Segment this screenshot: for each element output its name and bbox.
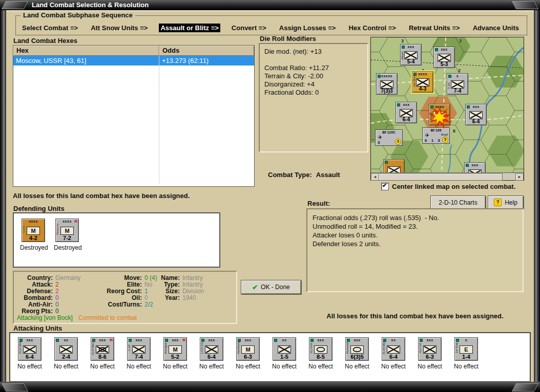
unit-strength: 7-2 bbox=[56, 235, 78, 242]
map-horizontal-scrollbar[interactable]: ◄ ► bbox=[371, 172, 524, 180]
defending-unit[interactable]: xxxx Gorki M 4-2 Destroyed bbox=[20, 219, 47, 267]
unit-counter[interactable]: xxx Hamburg M 6-3 bbox=[236, 337, 260, 361]
unit-name: Rommel bbox=[346, 341, 349, 355]
defending-unit[interactable]: xxxx R Moscow M 7-2 Destroyed bbox=[54, 219, 80, 267]
ok-done-button[interactable]: ✔ OK - Done bbox=[241, 280, 301, 294]
unit-strength: 7(3)3 bbox=[377, 88, 397, 94]
help-button[interactable]: ? Help bbox=[488, 195, 524, 209]
unit-strength: 4-3 bbox=[412, 86, 433, 92]
unit-strength: 8-5 bbox=[309, 354, 332, 360]
defending-units-title: Defending Units bbox=[13, 205, 65, 212]
unit-counter[interactable]: xxx Rommel 6(3)5 bbox=[345, 337, 369, 361]
modifier-line: Die mod. (net): +13 bbox=[264, 48, 363, 56]
result-box: Fractional odds (.273) roll was (.535) -… bbox=[306, 208, 524, 292]
attacking-units-strip: xxx XLIV Mot 6-4 No effect xx bbox=[9, 332, 531, 382]
subphase-step: Assault or Blitz => bbox=[159, 24, 220, 32]
map-unit-counter[interactable]: xxx 6-4 bbox=[396, 102, 417, 123]
center-map-checkbox[interactable]: ✔ Center linked map on selected combat. bbox=[381, 183, 515, 190]
attacking-unit[interactable]: xxx XLIV Mot 6-4 No effect bbox=[16, 337, 43, 381]
attacking-unit[interactable]: xxx X Inf 7-4 No effect bbox=[126, 337, 152, 381]
subphase-sequence-steps: Select Combat => Att Snow Units => Assau… bbox=[20, 24, 521, 32]
unit-strength: 6-3 bbox=[237, 354, 259, 360]
unit-name: Moscow bbox=[56, 222, 59, 236]
subphase-step: Att Snow Units => bbox=[89, 24, 149, 32]
map-unit-counter[interactable]: xxx Albani 5-4 bbox=[400, 44, 422, 66]
map-unit-counter[interactable]: xxx bbox=[464, 162, 486, 173]
odds-cell: +13.273 (62:11) bbox=[159, 57, 254, 64]
scroll-left-button[interactable]: ◄ bbox=[371, 173, 379, 181]
unit-name: XLV Inf bbox=[419, 341, 422, 355]
unit-effect-label: No effect bbox=[380, 363, 407, 370]
map-unit-counter[interactable]: xxxx von Bock 4-3 bbox=[412, 71, 433, 93]
map-unit-counter[interactable]: xxxxx 7(3)3 bbox=[376, 73, 398, 95]
unit-counter[interactable]: xxxx R Moscow M 7-2 bbox=[55, 219, 79, 242]
attacking-unit[interactable]: xx 2-4 No effect bbox=[53, 337, 79, 381]
unit-info-column-1: Country: Germany Attack: 2 Defense: 2 Bo… bbox=[16, 275, 80, 315]
map-unit-counter[interactable]: 1-4 bbox=[383, 159, 405, 173]
result-line: Fractional odds (.273) roll was (.535) -… bbox=[313, 213, 517, 222]
column-header-hex[interactable]: Hex bbox=[13, 46, 159, 56]
unit-counter[interactable]: xx 2-4 bbox=[54, 337, 78, 361]
bottom-bar bbox=[0, 382, 540, 392]
attacking-unit[interactable]: xxx Rommel 6(3)5 No effect bbox=[344, 337, 370, 381]
window-title: Land Combat Selection & Resolution bbox=[32, 1, 149, 9]
unit-counter[interactable]: xxx R Königsb M 5-2 bbox=[163, 337, 187, 361]
unit-counter[interactable]: xxx LXXI Inf 6-4 bbox=[200, 337, 223, 361]
unit-effect-label: No effect bbox=[417, 363, 443, 370]
info-value: Germany bbox=[55, 275, 80, 281]
scroll-right-button[interactable]: ► bbox=[515, 173, 524, 181]
subphase-step: Advance Units bbox=[471, 24, 521, 32]
unit-type-symbol bbox=[416, 78, 429, 86]
help-icon: ? bbox=[494, 199, 502, 206]
attacking-unit[interactable]: xxx LXXI Inf 6-4 No effect bbox=[198, 337, 225, 381]
unit-counter[interactable]: xxx R XLVI Mech 8-6 bbox=[91, 337, 114, 361]
map-viewport[interactable]: 3 3 2 2 6 Bf 110C ✈ 3 5 bbox=[371, 37, 524, 173]
unit-type-symbol bbox=[387, 345, 400, 354]
subphase-step: Assign Losses => bbox=[278, 24, 338, 32]
attacking-unit[interactable]: xxx Hamburg M 6-3 No effect bbox=[235, 337, 261, 381]
info-row: Size: Division bbox=[157, 288, 204, 295]
column-header-odds[interactable]: Odds bbox=[159, 46, 254, 56]
window-frame-right bbox=[534, 10, 540, 382]
attacking-unit[interactable]: x 1st Eng E 1-4 No effect bbox=[453, 337, 480, 381]
attacking-unit[interactable]: xxx XLV Inf 6-3 No effect bbox=[417, 337, 443, 381]
map-unit-counter[interactable]: x X Inf 7-4 bbox=[447, 73, 468, 95]
help-button-label: Help bbox=[505, 199, 517, 206]
linked-map-panel[interactable]: 3 3 2 2 6 Bf 110C ✈ 3 5 bbox=[370, 37, 524, 181]
unit-name: von Bock bbox=[412, 75, 416, 87]
attacking-unit[interactable]: xx XLVII Mot 6-4 No effect bbox=[380, 337, 407, 381]
unit-effect-label: No effect bbox=[16, 363, 43, 370]
charts-button[interactable]: 2-D-10 Charts bbox=[430, 195, 486, 209]
unit-counter[interactable]: xxx XLIV Mot 6-4 bbox=[18, 337, 41, 361]
unit-type-symbol bbox=[132, 345, 146, 354]
map-unit-counter[interactable]: xxxx Gorki M 4-2 bbox=[429, 104, 450, 125]
attacking-unit[interactable]: xxx R XLVI Mech 8-6 No effect bbox=[89, 337, 116, 381]
result-line: Attacker loses 0 units. bbox=[313, 231, 517, 239]
unit-name: Albani bbox=[401, 48, 404, 60]
unit-counter[interactable]: xxxx Gorki M 4-2 bbox=[22, 219, 45, 242]
info-label: Cost/Turns: bbox=[91, 301, 142, 308]
unit-counter[interactable]: x 1st Eng E 1-4 bbox=[454, 337, 478, 361]
unit-type-symbol: M bbox=[60, 227, 74, 235]
table-row[interactable]: Moscow, USSR [43, 61] +13.273 (62:11) bbox=[13, 56, 254, 66]
unit-type-symbol bbox=[404, 51, 418, 59]
checkbox-box[interactable]: ✔ bbox=[381, 183, 389, 190]
unit-strength: 4-2 bbox=[22, 235, 45, 242]
unit-counter[interactable]: xx 1-5 bbox=[273, 337, 296, 361]
subphase-step: Convert => bbox=[230, 24, 268, 32]
attacking-unit[interactable]: xxx R Königsb M 5-2 No effect bbox=[162, 337, 189, 381]
title-bar[interactable]: Land Combat Selection & Resolution bbox=[0, 0, 540, 10]
unit-strength: 5-4 bbox=[401, 59, 421, 65]
titlebar-left-decoration-icon bbox=[2, 1, 29, 9]
attacking-unit[interactable]: xx 1-5 No effect bbox=[271, 337, 298, 381]
attacking-unit[interactable]: xxx XLI Arm 8-5 No effect bbox=[307, 337, 334, 381]
unit-counter[interactable]: xxx XLI Arm 8-5 bbox=[309, 337, 333, 361]
scrollbar-thumb[interactable] bbox=[379, 173, 503, 181]
unit-counter[interactable]: xx XLVII Mot 6-4 bbox=[382, 337, 405, 361]
unit-counter[interactable]: xxx XLV Inf 6-3 bbox=[418, 337, 442, 361]
map-unit-counter[interactable]: xxx 5-3 bbox=[433, 47, 455, 68]
unit-counter[interactable]: xxx X Inf 7-4 bbox=[127, 337, 151, 361]
unit-type-symbol: E bbox=[460, 345, 473, 354]
unit-name: 1st Eng bbox=[455, 341, 459, 355]
map-unit-counter[interactable]: xxx 6-4 bbox=[465, 104, 487, 125]
